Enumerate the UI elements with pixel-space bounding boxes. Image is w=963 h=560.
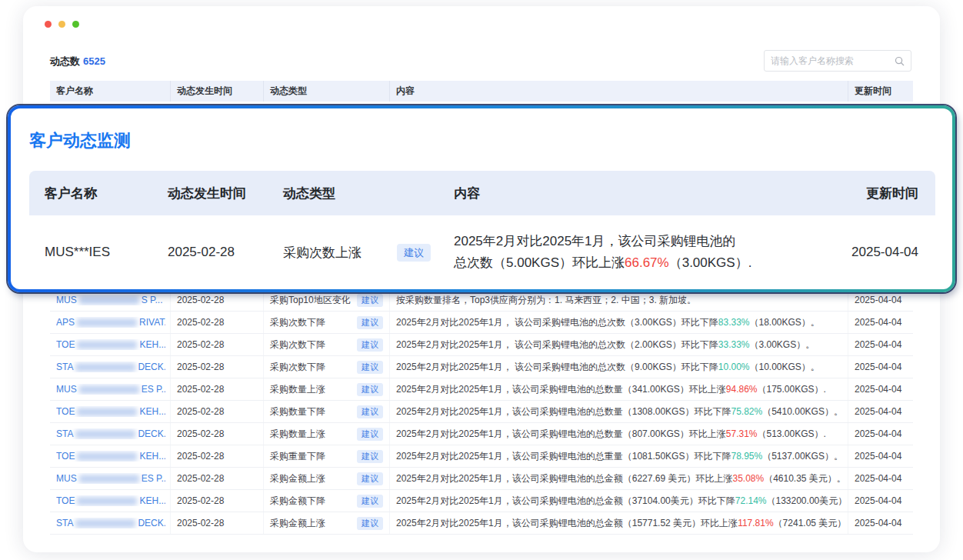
event-type-label: 采购次数下降 — [270, 338, 325, 352]
update-date-cell: 2025-04-04 — [848, 289, 913, 311]
content-cell: 2025年2月对比2025年1月，该公司采购锂电池的总金额（6227.69 美元… — [390, 468, 848, 489]
suggestion-badge: 建议 — [357, 428, 383, 441]
window-controls — [45, 21, 79, 28]
callout-type-label: 采购次数上涨 — [283, 244, 362, 262]
suggestion-badge: 建议 — [397, 244, 431, 262]
suggestion-badge: 建议 — [357, 495, 383, 508]
event-type-label: 采购金额上涨 — [270, 517, 325, 530]
content-cell: 2025年2月对比2025年1月，该公司采购锂电池的总金额（15771.52 美… — [390, 512, 848, 534]
update-date-cell: 2025-04-04 — [848, 334, 913, 355]
search-input[interactable] — [771, 55, 895, 66]
event-type-cell: 采购金额上涨 建议 — [264, 512, 390, 534]
customer-name-link[interactable]: MUSES P... — [56, 384, 165, 395]
minimize-window-icon[interactable] — [58, 21, 65, 28]
table-row[interactable]: STADECK... 2025-02-28 采购次数下降 建议 2025年2月对… — [50, 356, 913, 378]
table-row[interactable]: MUSS P... 2025-02-28 采购Top10地区变化 建议 按采购数… — [50, 289, 913, 312]
percent-value: 35.08% — [732, 473, 764, 484]
content-text: 2025年2月对比2025年1月， 该公司采购锂电池的总次数（3.00KGS）环… — [396, 316, 820, 329]
customer-name-link[interactable]: APSRIVAT... — [56, 317, 165, 328]
update-date-cell: 2025-04-04 — [848, 423, 913, 445]
customer-search[interactable] — [764, 50, 911, 72]
table-row[interactable]: MUSES P... 2025-02-28 采购数量上涨 建议 2025年2月对… — [50, 378, 913, 401]
update-date-cell: 2025-04-04 — [848, 512, 913, 534]
customer-name-link[interactable]: STADECK... — [56, 428, 165, 439]
col-update-time: 更新时间 — [848, 81, 913, 102]
content-text: 2025年2月对比2025年1月，该公司采购锂电池的总数量（1308.00KGS… — [396, 405, 843, 418]
redacted-name-blur — [79, 475, 139, 483]
event-type-label: 采购数量上涨 — [270, 383, 325, 396]
percent-value: 33.33% — [718, 339, 750, 350]
event-type-cell: 采购金额下降 建议 — [264, 490, 390, 512]
event-type-cell: 采购数量上涨 建议 — [264, 378, 390, 400]
event-type-cell: 采购Top10地区变化 建议 — [264, 289, 390, 311]
content-text: 2025年2月对比2025年1月，该公司采购锂电池的总金额（15771.52 美… — [396, 517, 843, 530]
content-cell: 2025年2月对比2025年1月，该公司采购锂电池的总数量（341.00KGS）… — [390, 378, 848, 400]
table-row[interactable]: TOEKEH... 2025-02-28 采购金额下降 建议 2025年2月对比… — [50, 490, 913, 512]
table-row[interactable]: TOEKEH... 2025-02-28 采购重量下降 建议 2025年2月对比… — [50, 445, 913, 468]
search-icon[interactable] — [895, 56, 905, 66]
table-row[interactable]: TOEKEH... 2025-02-28 采购数量下降 建议 2025年2月对比… — [50, 401, 913, 423]
update-date-cell: 2025-04-04 — [848, 445, 913, 467]
content-text: 2025年2月对比2025年1月，该公司采购锂电池的总金额（37104.00美元… — [396, 495, 843, 508]
event-date-cell: 2025-02-28 — [171, 512, 264, 534]
content-text: 2025年2月对比2025年1月，该公司采购锂电池的总数量（341.00KGS）… — [396, 383, 826, 396]
customer-name-link[interactable]: MUSS P... — [56, 295, 162, 305]
col-content: 内容 — [390, 81, 848, 102]
redacted-name-blur — [77, 452, 137, 461]
event-date-cell: 2025-02-28 — [171, 378, 264, 400]
event-date-cell: 2025-02-28 — [171, 468, 264, 489]
customer-name-link[interactable]: TOEKEH... — [56, 495, 165, 506]
suggestion-badge: 建议 — [357, 517, 383, 530]
maximize-window-icon[interactable] — [72, 21, 79, 28]
callout-content: 2025年2月对比2025年1月，该公司采购锂电池的 总次数（5.00KGS）环… — [438, 231, 812, 274]
customer-name-cell: TOEKEH... — [50, 490, 171, 512]
customer-name-link[interactable]: TOEKEH... — [56, 451, 165, 462]
event-type-label: 采购重量下降 — [270, 450, 325, 463]
content-cell: 按采购数量排名，Top3供应商分别为：1. 马来西亚；2. 中国；3. 新加坡。 — [390, 289, 848, 311]
event-date-cell: 2025-02-28 — [171, 445, 264, 467]
event-type-label: 采购次数下降 — [270, 316, 325, 329]
update-date-cell: 2025-04-04 — [848, 490, 913, 512]
event-type-cell: 采购次数下降 建议 — [264, 356, 390, 378]
table-row[interactable]: STADECK... 2025-02-28 采购金额上涨 建议 2025年2月对… — [50, 512, 913, 535]
close-window-icon[interactable] — [45, 21, 52, 28]
table-row[interactable]: TOEKEH... 2025-02-28 采购次数下降 建议 2025年2月对比… — [50, 334, 913, 356]
redacted-name-blur — [75, 519, 135, 528]
table-row[interactable]: STADECK... 2025-02-28 采购数量上涨 建议 2025年2月对… — [50, 423, 913, 445]
customer-name-cell: STADECK... — [50, 356, 171, 378]
table-row[interactable]: MUSES P... 2025-02-28 采购金额上涨 建议 2025年2月对… — [50, 468, 913, 490]
callout-col-event-time: 动态发生时间 — [152, 171, 268, 215]
customer-name-link[interactable]: STADECK... — [56, 362, 165, 372]
event-type-label: 采购金额下降 — [270, 495, 325, 508]
event-type-label: 采购金额上涨 — [270, 472, 325, 485]
redacted-name-blur — [77, 408, 137, 416]
col-customer-name: 客户名称 — [50, 81, 171, 102]
customer-name-cell: MUSS P... — [50, 289, 171, 311]
event-date-cell: 2025-02-28 — [171, 334, 264, 355]
customer-name-link[interactable]: TOEKEH... — [56, 339, 165, 350]
callout-title: 客户动态监测 — [29, 129, 131, 152]
event-date-cell: 2025-02-28 — [171, 289, 264, 311]
event-type-cell: 采购金额上涨 建议 — [264, 468, 390, 489]
content-text: 2025年2月对比2025年1月，该公司采购锂电池的总数量（807.00KGS）… — [396, 428, 826, 441]
content-text: 2025年2月对比2025年1月，该公司采购锂电池的总重量（1081.50KGS… — [396, 450, 843, 463]
update-date-cell: 2025-04-04 — [848, 378, 913, 400]
content-cell: 2025年2月对比2025年1月， 该公司采购锂电池的总次数（9.00KGS）环… — [390, 356, 848, 378]
customer-dynamics-callout: 客户动态监测 客户名称 动态发生时间 动态类型 内容 更新时间 MUS***IE… — [8, 105, 955, 292]
customer-name-link[interactable]: STADECK... — [56, 518, 165, 528]
table-header: 客户名称 动态发生时间 动态类型 内容 更新时间 — [50, 81, 913, 102]
callout-customer-name: MUS***IES — [29, 215, 152, 289]
customer-name-link[interactable]: TOEKEH... — [56, 406, 165, 417]
event-type-cell: 采购重量下降 建议 — [264, 445, 390, 467]
percent-value: 83.33% — [718, 317, 750, 328]
dynamics-count-value: 6525 — [83, 55, 105, 67]
toolbar: 动态数6525 — [50, 48, 913, 73]
table-row[interactable]: APSRIVAT... 2025-02-28 采购次数下降 建议 2025年2月… — [50, 312, 913, 334]
suggestion-badge: 建议 — [357, 472, 383, 485]
customer-name-link[interactable]: MUSES P... — [56, 473, 165, 484]
update-date-cell: 2025-04-04 — [848, 356, 913, 378]
event-type-label: 采购Top10地区变化 — [270, 294, 351, 307]
percent-value: 10.00% — [718, 362, 750, 372]
update-date-cell: 2025-04-04 — [848, 468, 913, 489]
percent-value: 57.31% — [726, 428, 758, 439]
